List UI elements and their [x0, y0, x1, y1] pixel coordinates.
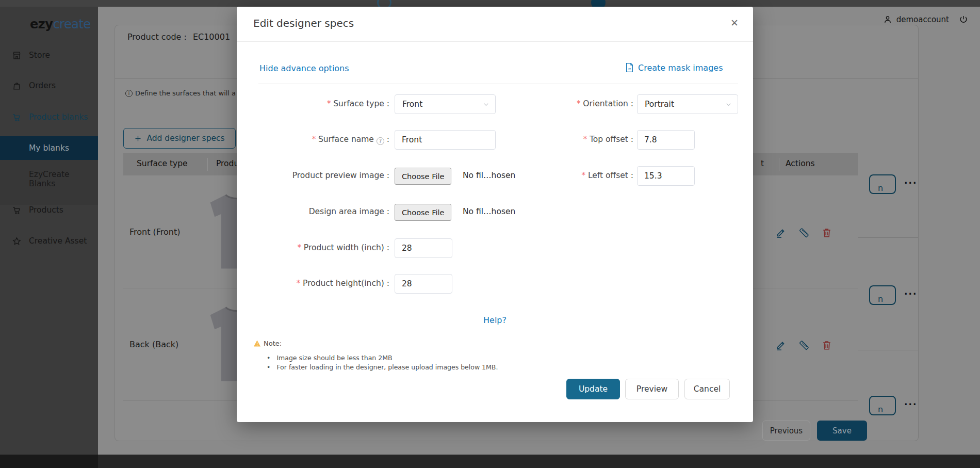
top-offset-label: Top offset: [583, 135, 633, 144]
sidebar-subitem-ezycreate-blanks[interactable]: EzyCreate Blanks: [0, 167, 98, 191]
column-divider: [779, 158, 779, 171]
left-offset-label: Left offset: [582, 171, 633, 180]
col-actions: Actions: [786, 159, 815, 168]
file-image-icon: [625, 62, 634, 73]
add-designer-specs-button[interactable]: Add designer specs: [123, 128, 236, 149]
app-logo[interactable]: ezycreate: [30, 17, 91, 31]
top-offset-input[interactable]: [637, 130, 695, 150]
form-row: Surface type Front Orientation Portrait: [237, 94, 753, 114]
form-row: Design area image Choose File No fil…hos…: [237, 202, 753, 222]
surface-type-select[interactable]: Front: [395, 94, 496, 114]
orientation-value: Portrait: [645, 100, 674, 109]
edit-pencil-icon[interactable]: [775, 227, 787, 238]
info-note-text: Define the surfaces that will a: [135, 89, 236, 97]
row-menu-ellipsis[interactable]: ...: [904, 397, 917, 407]
sidebar-item-label: Creative Asset: [29, 236, 87, 246]
preview-button[interactable]: Preview: [625, 379, 679, 399]
left-offset-input[interactable]: [637, 166, 695, 186]
orders-bag-icon: [12, 81, 22, 91]
ruler-icon[interactable]: [798, 227, 810, 238]
note-heading: Note:: [253, 340, 282, 347]
row-menu-ellipsis[interactable]: ...: [904, 175, 917, 186]
surface-name-label: Surface name?: [312, 135, 389, 145]
table-row-surface: Front (Front): [129, 227, 181, 237]
row-action-button-partial[interactable]: n: [869, 285, 896, 305]
row-divider: [858, 237, 919, 238]
row-menu-ellipsis[interactable]: ...: [904, 286, 917, 297]
page-bottom-strip-left: [0, 455, 98, 468]
row-action-button-partial[interactable]: n: [869, 174, 896, 194]
app-root: ezycreate Store Orders Product blanks My…: [0, 0, 980, 468]
star-icon: [12, 236, 22, 246]
sidebar-item-label: Store: [29, 51, 50, 60]
store-icon: [12, 51, 22, 60]
note-item: Image size should be less than 2MB: [267, 354, 393, 362]
plus-icon: [134, 135, 142, 142]
product-width-input[interactable]: [395, 238, 452, 258]
orientation-select[interactable]: Portrait: [637, 94, 738, 114]
help-link[interactable]: Help?: [237, 315, 753, 325]
create-mask-images-link[interactable]: Create mask images: [625, 62, 723, 73]
edit-designer-specs-modal: Edit designer specs ✕ Hide advance optio…: [237, 7, 753, 422]
warning-icon: [253, 340, 261, 347]
surface-name-input[interactable]: [395, 130, 496, 150]
sidebar-subitem-label: My blanks: [29, 143, 69, 153]
delete-trash-icon[interactable]: [821, 227, 832, 238]
product-code: Product codeEC10001: [127, 32, 230, 42]
add-designer-specs-label: Add designer specs: [146, 134, 224, 143]
delete-trash-icon[interactable]: [821, 340, 832, 351]
modal-header-divider: [237, 41, 753, 42]
surface-type-label: Surface type: [327, 99, 389, 108]
col-surface-type: Surface type: [137, 159, 188, 168]
sidebar-item-products[interactable]: Products: [0, 198, 98, 222]
hide-advance-options-link[interactable]: Hide advance options: [259, 63, 349, 73]
sidebar-item-store[interactable]: Store: [0, 43, 98, 67]
design-area-choose-file-button[interactable]: Choose File: [395, 204, 451, 221]
info-note: i Define the surfaces that will a: [125, 89, 236, 97]
sidebar-item-label: Product blanks: [29, 112, 88, 122]
sidebar-item-label: Orders: [29, 81, 56, 90]
logo-text-ezy: ezy: [30, 17, 53, 31]
page-bottom-strip: [0, 455, 980, 468]
cancel-button[interactable]: Cancel: [684, 379, 730, 399]
column-divider: [207, 158, 208, 171]
cart-icon: [12, 112, 22, 122]
product-code-label: Product code: [127, 32, 187, 42]
table-row-surface: Back (Back): [129, 340, 178, 349]
surface-type-value: Front: [402, 100, 422, 109]
sidebar-item-orders[interactable]: Orders: [0, 74, 98, 98]
username-label[interactable]: demoaccount: [896, 15, 949, 24]
sidebar-item-creative-asset[interactable]: Creative Asset: [0, 229, 98, 253]
sidebar-subitem-my-blanks[interactable]: My blanks: [0, 136, 98, 160]
design-area-image-label: Design area image: [309, 207, 389, 216]
product-height-input[interactable]: [395, 274, 452, 294]
product-code-value: EC10001: [193, 32, 230, 42]
save-button[interactable]: Save: [817, 421, 867, 441]
logo-text-create: create: [53, 17, 90, 31]
note-item: For faster loading in the designer, plea…: [267, 363, 498, 371]
previous-button[interactable]: Previous: [762, 421, 810, 441]
chevron-down-icon: [482, 101, 490, 108]
product-height-label: Product height(inch): [297, 279, 389, 288]
modal-section-divider: [258, 84, 738, 84]
edit-pencil-icon[interactable]: [775, 340, 787, 351]
ruler-icon[interactable]: [798, 340, 810, 351]
chevron-down-icon: [725, 101, 732, 108]
product-preview-file-status: No fil…hosen: [463, 171, 515, 180]
row-action-button-partial[interactable]: n: [869, 396, 896, 415]
update-button[interactable]: Update: [566, 379, 620, 399]
close-icon[interactable]: ✕: [730, 17, 739, 28]
question-icon: ?: [377, 137, 384, 145]
power-icon[interactable]: [958, 14, 969, 25]
wizard-step-circle: [377, 0, 391, 7]
note-title: Note:: [264, 340, 282, 347]
form-row: Surface name? Top offset: [237, 130, 753, 150]
sidebar-item-product-blanks[interactable]: Product blanks: [0, 105, 98, 129]
form-row: Product width (inch): [237, 238, 753, 258]
modal-title: Edit designer specs: [253, 17, 354, 29]
col-offset-partial: t: [761, 159, 764, 168]
product-width-label: Product width (inch): [298, 243, 389, 252]
row-divider: [858, 350, 919, 350]
page-top-strip: [0, 0, 980, 7]
product-preview-choose-file-button[interactable]: Choose File: [395, 168, 451, 185]
